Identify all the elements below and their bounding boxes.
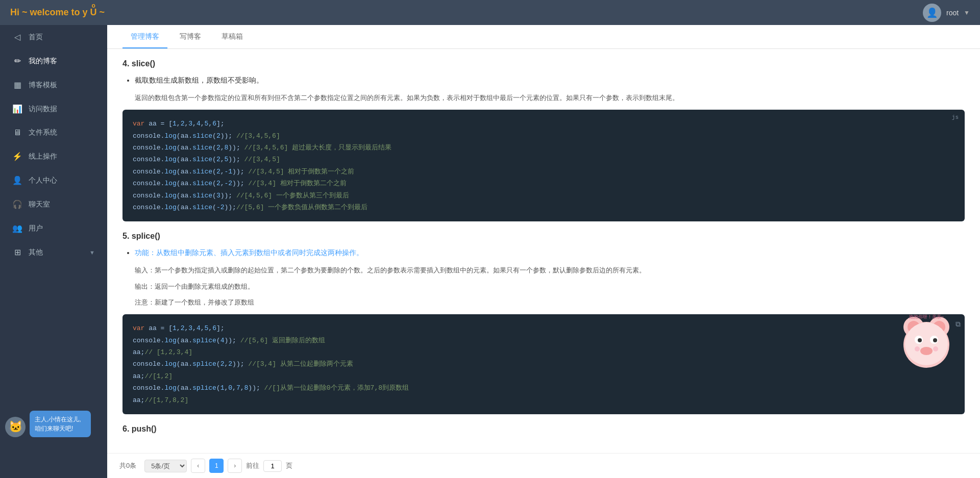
section-splice-bullets: 功能：从数组中删除元素、插入元素到数组中或者同时完成这两种操作。 (122, 247, 965, 259)
sidebar-item-other[interactable]: ⊞ 其他 ▼ (0, 240, 107, 264)
home-icon: ◁ (12, 32, 22, 42)
sidebar-item-home[interactable]: ◁ 首页 (0, 25, 107, 49)
online-ops-icon: ⚡ (12, 152, 22, 161)
header-right: 👤 root ▼ (923, 4, 970, 22)
splice-code-line-5: aa;//[1,2] (133, 370, 954, 382)
section-push-title: 6. push() (122, 424, 965, 434)
sidebar-item-template-label: 博客模板 (29, 81, 57, 90)
svg-text:抱抱你呀！亲亲~: 抱抱你呀！亲亲~ (909, 314, 944, 320)
splice-code-line-1: var aa = [1,2,3,4,5,6]; (133, 322, 954, 334)
section-splice-title: 5. splice() (122, 232, 965, 241)
chat-icon: 🎧 (12, 199, 22, 209)
profile-icon: 👤 (12, 175, 22, 185)
header-title-text: Hi ~ welcome to y oU ~ (10, 7, 105, 17)
splice-desc-3: 注意：新建了一个数组，并修改了原数组 (122, 296, 965, 308)
header-title: Hi ~ welcome to y oU ~ (10, 7, 105, 18)
section-splice: 5. splice() 功能：从数组中删除元素、插入元素到数组中或者同时完成这两… (122, 232, 965, 414)
sidebar-item-template[interactable]: ▦ 博客模板 (0, 73, 107, 97)
user-name-label: root (946, 9, 959, 17)
splice-code-line-3: aa;// [1,2,3,4] (133, 346, 954, 358)
chat-bubble-text: 主人,小情在这儿,咱们来聊天吧! (30, 411, 91, 437)
tab-draft[interactable]: 草稿箱 (213, 25, 251, 48)
sidebar-item-filesystem[interactable]: 🖥 文件系统 (0, 121, 107, 144)
analytics-icon: 📊 (12, 104, 22, 114)
avatar: 👤 (923, 4, 941, 22)
code-line-5: console.log(aa.slice(2,-1)); //[3,4,5] 相… (133, 166, 954, 178)
splice-code-line-6: console.log(aa.splice(1,0,7,8)); //[]从第一… (133, 382, 954, 394)
section-slice: 4. slice() 截取数组生成新数组，原数组不受影响。 返回的数组包含第一个… (122, 59, 965, 221)
goto-page-input[interactable] (263, 460, 282, 472)
blog-icon: ✏ (12, 56, 22, 66)
chat-bubble-area: 🐱 主人,小情在这儿,咱们来聊天吧! (0, 402, 107, 437)
sidebar-item-blog-label: 我的博客 (29, 57, 57, 66)
section-slice-bullets: 截取数组生成新数组，原数组不受影响。 (122, 74, 965, 87)
other-icon: ⊞ (12, 247, 22, 257)
pagination-prev[interactable]: ‹ (191, 459, 205, 473)
section-slice-title: 4. slice() (122, 59, 965, 68)
filesystem-icon: 🖥 (12, 128, 22, 137)
sidebar-item-chat[interactable]: 🎧 聊天室 (0, 192, 107, 216)
code-block-slice: js var aa = [1,2,3,4,5,6]; console.log(a… (122, 110, 965, 221)
per-page-select[interactable]: 5条/页 10条/页 20条/页 50条/页 (144, 460, 187, 472)
blog-content: 4. slice() 截取数组生成新数组，原数组不受影响。 返回的数组包含第一个… (107, 49, 980, 453)
template-icon: ▦ (12, 80, 22, 90)
splice-desc-1: 输入：第一个参数为指定插入或删除的起始位置，第二个参数为要删除的个数。之后的参数… (122, 264, 965, 276)
pagination-next[interactable]: › (228, 459, 242, 473)
sidebar-item-profile[interactable]: 👤 个人中心 (0, 168, 107, 192)
users-icon: 👥 (12, 223, 22, 233)
splice-desc-2: 输出：返回一个由删除元素组成的数组。 (122, 281, 965, 292)
code-line-7: console.log(aa.slice(3)); //[4,5,6] 一个参数… (133, 190, 954, 202)
pagination-bar: 共0条 5条/页 10条/页 20条/页 50条/页 ‹ 1 › 前往 页 (107, 453, 980, 478)
goto-suffix: 页 (286, 461, 292, 470)
header-o-top: o (91, 2, 95, 9)
header-u-special: oU (90, 7, 97, 18)
tab-write[interactable]: 写博客 (172, 25, 209, 48)
splice-bullet-text: 功能：从数组中删除元素、插入元素到数组中或者同时完成这两种操作。 (135, 248, 363, 257)
chat-avatar: 🐱 (5, 417, 26, 437)
sidebar-item-online-ops-label: 线上操作 (29, 152, 57, 161)
code-line-3: console.log(aa.slice(2,8)); //[3,4,5,6] … (133, 142, 954, 154)
slice-desc: 返回的数组包含第一个参数指定的位置和所有到但不含第二个参数指定位置之间的所有元素… (122, 92, 965, 104)
sidebar-item-profile-label: 个人中心 (29, 176, 57, 185)
sidebar-item-users-label: 用户 (29, 224, 43, 233)
sidebar-item-home-label: 首页 (29, 33, 43, 42)
tab-manage[interactable]: 管理博客 (122, 25, 167, 48)
code-lang-js: js (952, 113, 959, 123)
slice-bullet-1: 截取数组生成新数组，原数组不受影响。 (135, 74, 965, 87)
sidebar: ◁ 首页 ✏ 我的博客 ▦ 博客模板 📊 访问数据 🖥 文件系统 ⚡ 线上操作 … (0, 25, 107, 478)
tabs-bar: 管理博客 写博客 草稿箱 (107, 25, 980, 49)
sidebar-item-chat-label: 聊天室 (29, 200, 50, 209)
sidebar-item-users[interactable]: 👥 用户 (0, 216, 107, 240)
section-push: 6. push() (122, 424, 965, 434)
sidebar-item-blog[interactable]: ✏ 我的博客 (0, 49, 107, 73)
sidebar-item-analytics[interactable]: 📊 访问数据 (0, 97, 107, 121)
code-block-splice: 抱抱你呀！亲亲~ ⧉ var aa = [1,2,3,4,5,6]; conso… (122, 314, 965, 414)
code-line-4: console.log(aa.slice(2,5)); //[3,4,5] (133, 154, 954, 165)
sidebar-item-online-ops[interactable]: ⚡ 线上操作 (0, 144, 107, 168)
goto-prefix: 前往 (246, 461, 259, 470)
splice-code-line-7: aa;//[1,7,8,2] (133, 394, 954, 406)
sidebar-item-filesystem-label: 文件系统 (29, 128, 57, 137)
content-area: 管理博客 写博客 草稿箱 4. slice() 截取数组生成新数组，原数组不受影… (107, 25, 980, 478)
pagination-total: 共0条 (119, 461, 136, 470)
sidebar-item-analytics-label: 访问数据 (29, 105, 57, 114)
copy-icon[interactable]: ⧉ (955, 318, 961, 331)
user-dropdown-arrow[interactable]: ▼ (964, 9, 970, 16)
app-header: Hi ~ welcome to y oU ~ 👤 root ▼ (0, 0, 980, 25)
splice-code-line-2: console.log(aa.splice(4)); //[5,6] 返回删除后… (133, 335, 954, 346)
code-line-1: var aa = [1,2,3,4,5,6]; (133, 118, 954, 130)
splice-code-line-4: console.log(aa.splice(2,2)); //[3,4] 从第二… (133, 358, 954, 370)
pagination-page-1[interactable]: 1 (209, 459, 224, 473)
main-layout: ◁ 首页 ✏ 我的博客 ▦ 博客模板 📊 访问数据 🖥 文件系统 ⚡ 线上操作 … (0, 25, 980, 478)
sidebar-item-other-label: 其他 (29, 248, 43, 257)
other-sub-arrow: ▼ (89, 249, 95, 256)
code-line-8: console.log(aa.slice(-2));//[5,6] 一个参数负值… (133, 202, 954, 213)
splice-bullet-1: 功能：从数组中删除元素、插入元素到数组中或者同时完成这两种操作。 (135, 247, 965, 259)
code-line-6: console.log(aa.slice(2,-2)); //[3,4] 相对于… (133, 178, 954, 189)
code-line-2: console.log(aa.slice(2)); //[3,4,5,6] (133, 130, 954, 142)
